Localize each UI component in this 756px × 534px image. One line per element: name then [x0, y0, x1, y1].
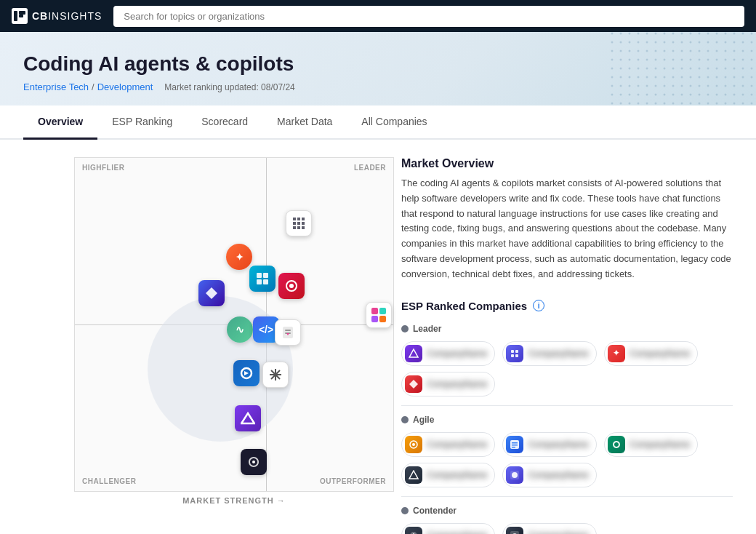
chart-wrapper: EXECUTION STRENGTH → HIGHFLIER LEADER CH…: [74, 157, 394, 505]
tier-leader-label: Leader: [401, 324, 733, 334]
tier-contender-dot: [401, 507, 409, 514]
label-leader: LEADER: [354, 164, 386, 172]
company-chip-icon-4: [405, 375, 422, 393]
tier-agile-dot: [401, 416, 409, 423]
company-chip-name-8: CompanyName: [427, 470, 487, 480]
tier-contender-text: Contender: [413, 506, 457, 516]
tab-scorecard[interactable]: Scorecard: [187, 105, 262, 140]
company-icon-5[interactable]: [278, 273, 305, 299]
label-highflier: HIGHFLIER: [82, 164, 124, 172]
breadcrumb-link-2[interactable]: Development: [97, 81, 153, 92]
company-icon-9[interactable]: [233, 360, 260, 386]
company-icon-8[interactable]: [275, 319, 301, 346]
company-chip-icon-3: ✦: [608, 345, 625, 362]
company-chip-icon-6: [506, 436, 523, 453]
svg-rect-30: [515, 354, 518, 357]
logo: CBINSIGHTS: [12, 8, 102, 24]
breadcrumb-link-1[interactable]: Enterprise Tech: [23, 81, 89, 92]
market-overview-text: The coding AI agents & copilots market c…: [401, 176, 733, 282]
company-chip-name-4: CompanyName: [427, 379, 487, 389]
company-chip-7[interactable]: CompanyName: [604, 432, 698, 457]
logo-icon: [12, 8, 28, 24]
tabs-bar: Overview ESP Ranking Scorecard Market Da…: [0, 105, 756, 140]
svg-point-40: [512, 472, 518, 478]
company-icon-snowflake[interactable]: [262, 362, 289, 388]
company-chip-name-6: CompanyName: [528, 439, 588, 450]
main-content: EXECUTION STRENGTH → HIGHFLIER LEADER CH…: [0, 140, 756, 534]
company-chip-3[interactable]: ✦ CompanyName: [604, 341, 698, 366]
svg-rect-36: [512, 445, 518, 446]
svg-rect-17: [285, 330, 291, 331]
market-overview: Market Overview The coding AI agents & c…: [401, 157, 733, 282]
company-chip-9[interactable]: CompanyName: [502, 463, 596, 487]
company-chip-icon-1: [405, 345, 422, 362]
company-icon-2[interactable]: ✦: [226, 244, 252, 270]
svg-rect-29: [511, 354, 514, 357]
company-chip-11[interactable]: CompanyName: [502, 523, 596, 534]
svg-point-33: [412, 443, 415, 446]
tier-agile-label: Agile: [401, 415, 733, 425]
tier-agile-text: Agile: [413, 415, 434, 425]
svg-point-11: [289, 284, 294, 288]
company-icon-1[interactable]: [286, 210, 312, 236]
divider-1: [401, 405, 733, 406]
company-icon-cursor[interactable]: [366, 302, 392, 328]
dots-decoration: [611, 32, 756, 105]
tab-all-companies[interactable]: All Companies: [347, 105, 441, 140]
divider-2: [401, 496, 733, 497]
svg-marker-9: [206, 287, 217, 299]
company-chip-name-5: CompanyName: [427, 439, 487, 450]
company-chip-name-1: CompanyName: [427, 348, 487, 359]
svg-marker-26: [409, 349, 418, 357]
company-icon-10[interactable]: [235, 405, 261, 431]
x-axis-label: MARKET STRENGTH →: [74, 496, 394, 505]
company-icon-6[interactable]: ∿: [227, 316, 253, 343]
esp-heading: ESP Ranked Companies: [401, 300, 527, 312]
svg-rect-14: [371, 316, 378, 322]
company-icon-3[interactable]: [249, 266, 276, 292]
tier-contender-label: Contender: [401, 506, 733, 516]
leader-company-row-2: CompanyName: [401, 372, 733, 396]
quadrant-chart: HIGHFLIER LEADER CHALLENGER OUTPERFORMER…: [74, 157, 394, 492]
leader-company-row: CompanyName CompanyName ✦ CompanyName: [401, 341, 733, 366]
company-chip-4[interactable]: CompanyName: [401, 372, 495, 396]
company-chip-name-2: CompanyName: [528, 348, 588, 359]
company-chip-2[interactable]: CompanyName: [502, 341, 596, 366]
agile-company-row-2: CompanyName CompanyName: [401, 463, 733, 487]
svg-rect-0: [14, 11, 17, 21]
contender-company-row: CompanyName CompanyName: [401, 523, 733, 534]
svg-rect-15: [379, 316, 386, 322]
hero-section: Coding AI agents & copilots Enterprise T…: [0, 32, 756, 105]
company-chip-1[interactable]: CompanyName: [401, 341, 495, 366]
company-chip-name-9: CompanyName: [528, 470, 588, 480]
company-chip-8[interactable]: CompanyName: [401, 463, 495, 487]
tab-esp-ranking[interactable]: ESP Ranking: [97, 105, 187, 140]
company-chip-name-7: CompanyName: [630, 439, 690, 450]
tab-overview[interactable]: Overview: [23, 105, 97, 140]
svg-rect-4: [611, 32, 756, 105]
svg-rect-2: [19, 15, 23, 17]
right-panel: Market Overview The coding AI agents & c…: [401, 157, 733, 534]
search-input[interactable]: [113, 6, 744, 27]
svg-rect-12: [371, 308, 378, 314]
company-chip-name-3: CompanyName: [630, 348, 690, 359]
svg-point-25: [252, 461, 255, 463]
company-chip-name-11: CompanyName: [528, 530, 588, 534]
svg-rect-7: [257, 279, 262, 284]
company-chip-10[interactable]: CompanyName: [401, 523, 495, 534]
company-icon-11[interactable]: [241, 449, 267, 475]
company-chip-5[interactable]: CompanyName: [401, 432, 495, 457]
company-icon-4[interactable]: [198, 280, 225, 306]
company-chip-6[interactable]: CompanyName: [502, 432, 596, 457]
svg-rect-8: [263, 279, 268, 284]
esp-section: ESP Ranked Companies i Leader CompanyNam…: [401, 300, 733, 534]
chart-container: EXECUTION STRENGTH → HIGHFLIER LEADER CH…: [23, 157, 372, 534]
label-outperformer: OUTPERFORMER: [320, 477, 386, 485]
tab-market-data[interactable]: Market Data: [262, 105, 347, 140]
svg-rect-6: [263, 273, 268, 278]
svg-rect-37: [512, 447, 515, 448]
esp-info-icon[interactable]: i: [533, 300, 544, 311]
svg-rect-35: [512, 442, 518, 444]
svg-rect-28: [515, 350, 518, 353]
company-chip-icon-9: [506, 466, 523, 484]
